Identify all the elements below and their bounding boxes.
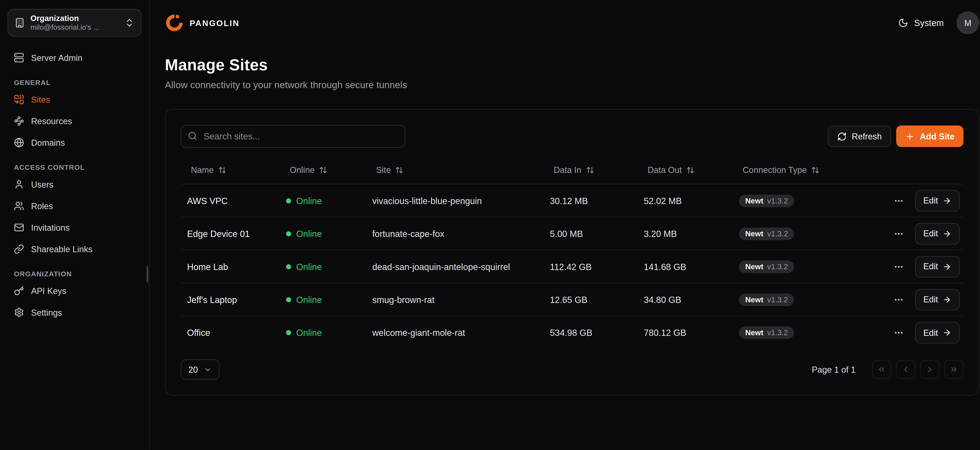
pangolin-logo-icon bbox=[165, 13, 184, 32]
arrow-right-icon bbox=[943, 262, 951, 271]
column-label: Data Out bbox=[648, 165, 682, 175]
users-icon bbox=[14, 201, 24, 211]
last-page-button[interactable] bbox=[944, 360, 963, 379]
edit-button[interactable]: Edit bbox=[915, 322, 959, 344]
org-selector[interactable]: Organization milo@fossorial.io's ... bbox=[8, 9, 142, 36]
online-dot bbox=[286, 264, 291, 269]
column-header-online[interactable]: Online bbox=[280, 165, 366, 175]
topbar-right: System M bbox=[898, 11, 979, 34]
page-header: Manage Sites Allow connectivity to your … bbox=[150, 46, 980, 90]
sidebar-item-api-keys[interactable]: API Keys bbox=[8, 280, 142, 301]
edit-button[interactable]: Edit bbox=[915, 256, 959, 277]
connection-type-badge: Newtv1.3.2 bbox=[739, 326, 794, 339]
avatar[interactable]: M bbox=[956, 11, 979, 34]
cell-name: Jeff's Laptop bbox=[181, 294, 280, 304]
sidebar-item-label: Users bbox=[31, 179, 54, 189]
sort-icon bbox=[811, 166, 819, 174]
sidebar-item-server-admin[interactable]: Server Admin bbox=[8, 47, 142, 68]
row-menu-button[interactable] bbox=[894, 261, 904, 272]
add-site-button[interactable]: Add Site bbox=[896, 125, 963, 147]
row-menu-button[interactable] bbox=[894, 228, 904, 239]
sidebar-item-settings[interactable]: Settings bbox=[8, 301, 142, 323]
connection-type-name: Newt bbox=[745, 263, 764, 270]
cell-data-out: 780.12 GB bbox=[637, 328, 732, 338]
connection-type-badge: Newtv1.3.2 bbox=[739, 227, 794, 240]
sidebar-item-sites[interactable]: Sites bbox=[8, 89, 142, 110]
sort-icon bbox=[218, 166, 226, 174]
online-dot bbox=[286, 198, 291, 203]
page-size-select[interactable]: 20 bbox=[181, 359, 220, 380]
cell-name: Office bbox=[181, 328, 280, 338]
arrow-right-icon bbox=[943, 196, 951, 205]
column-header-site[interactable]: Site bbox=[366, 165, 544, 175]
column-header-name[interactable]: Name bbox=[181, 165, 280, 175]
key-icon bbox=[14, 286, 24, 296]
row-menu-button[interactable] bbox=[894, 328, 904, 338]
org-selector-subtitle: milo@fossorial.io's ... bbox=[30, 24, 119, 31]
brand-logo-link[interactable]: PANGOLIN bbox=[165, 13, 240, 32]
edit-button[interactable]: Edit bbox=[915, 190, 959, 211]
sidebar-item-domains[interactable]: Domains bbox=[8, 132, 142, 153]
mail-icon bbox=[14, 222, 24, 233]
cell-data-out: 52.02 MB bbox=[637, 195, 732, 206]
online-label: Online bbox=[296, 228, 322, 239]
sidebar-scrollbar-thumb[interactable] bbox=[146, 266, 149, 282]
connection-type-version: v1.3.2 bbox=[767, 263, 788, 270]
sidebar-item-label: Sites bbox=[31, 95, 50, 105]
sidebar-item-label: Domains bbox=[31, 138, 65, 147]
sidebar-item-invitations[interactable]: Invitations bbox=[8, 217, 142, 238]
edit-label: Edit bbox=[923, 229, 938, 238]
main-content: PANGOLIN System M Manage Sites Allow con… bbox=[150, 0, 980, 450]
sidebar-item-label: Resources bbox=[31, 116, 72, 126]
org-selector-text: Organization milo@fossorial.io's ... bbox=[30, 14, 119, 31]
table-row: Home Lab Online dead-san-joaquin-antelop… bbox=[181, 250, 963, 283]
edit-label: Edit bbox=[923, 295, 938, 304]
cell-online: Online bbox=[280, 228, 366, 239]
column-label: Connection Type bbox=[743, 165, 807, 175]
sidebar-item-users[interactable]: Users bbox=[8, 174, 142, 195]
sidebar-item-label: Shareable Links bbox=[31, 244, 92, 254]
column-header-connection-type[interactable]: Connection Type bbox=[733, 165, 868, 175]
table-row: Office Online welcome-giant-mole-rat 534… bbox=[181, 316, 963, 349]
online-dot bbox=[286, 330, 291, 335]
search-field bbox=[181, 125, 405, 147]
sidebar-item-resources[interactable]: Resources bbox=[8, 110, 142, 132]
plus-icon bbox=[905, 132, 915, 141]
cell-connection-type: Newtv1.3.2 bbox=[733, 194, 868, 207]
cell-connection-type: Newtv1.3.2 bbox=[733, 227, 868, 240]
sort-icon bbox=[319, 166, 327, 174]
column-header-data-out[interactable]: Data Out bbox=[637, 165, 732, 175]
connection-type-name: Newt bbox=[745, 296, 764, 303]
sidebar-item-shareable-links[interactable]: Shareable Links bbox=[8, 238, 142, 260]
first-page-button[interactable] bbox=[872, 360, 891, 379]
sort-icon bbox=[395, 166, 404, 174]
edit-label: Edit bbox=[923, 328, 938, 338]
refresh-button[interactable]: Refresh bbox=[828, 125, 891, 147]
connection-type-badge: Newtv1.3.2 bbox=[739, 293, 794, 306]
online-label: Online bbox=[296, 294, 322, 304]
page-info: Page 1 of 1 bbox=[812, 364, 856, 374]
edit-button[interactable]: Edit bbox=[915, 288, 959, 310]
table-row: Edge Device 01 Online fortunate-cape-fox… bbox=[181, 217, 963, 250]
prev-page-button[interactable] bbox=[896, 360, 915, 379]
sidebar: Organization milo@fossorial.io's ... Ser… bbox=[0, 0, 150, 450]
row-menu-button[interactable] bbox=[894, 195, 904, 206]
row-menu-button[interactable] bbox=[894, 294, 904, 304]
search-icon bbox=[188, 131, 197, 141]
cell-actions: Edit bbox=[868, 190, 963, 211]
cell-name: AWS VPC bbox=[181, 195, 280, 206]
edit-button[interactable]: Edit bbox=[915, 223, 959, 244]
search-input[interactable] bbox=[181, 125, 405, 147]
sites-icon bbox=[14, 94, 24, 105]
chevron-right-icon bbox=[925, 365, 934, 374]
brand-name: PANGOLIN bbox=[190, 18, 240, 28]
moon-icon bbox=[898, 18, 908, 28]
table-footer: 20 Page 1 of 1 bbox=[181, 359, 963, 380]
link-icon bbox=[14, 244, 24, 254]
theme-toggle[interactable]: System bbox=[898, 18, 944, 28]
next-page-button[interactable] bbox=[920, 360, 939, 379]
connection-type-badge: Newtv1.3.2 bbox=[739, 194, 794, 207]
column-header-data-in[interactable]: Data In bbox=[544, 165, 637, 175]
sidebar-item-roles[interactable]: Roles bbox=[8, 195, 142, 217]
sidebar-item-label: Settings bbox=[31, 307, 62, 317]
